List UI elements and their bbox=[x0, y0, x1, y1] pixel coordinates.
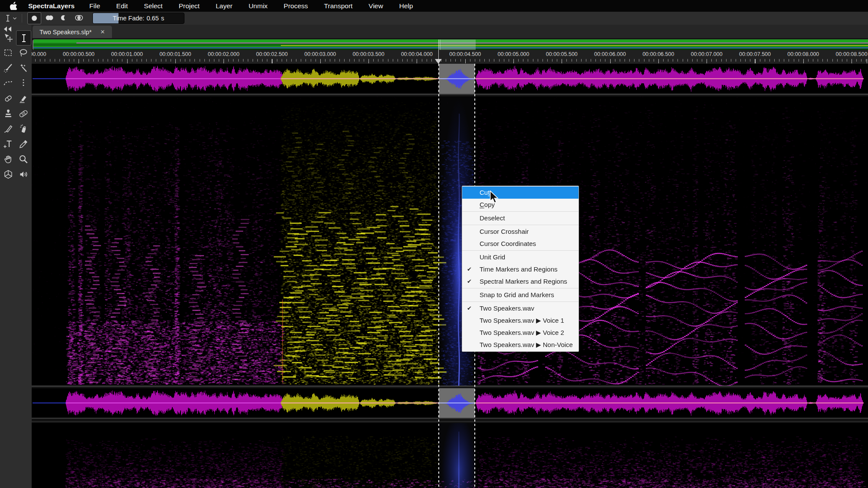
tab-bar: Two Speakers.slp* ✕ bbox=[32, 25, 868, 38]
menubar-item-transport[interactable]: Transport bbox=[324, 2, 353, 10]
highlighter-tool[interactable] bbox=[16, 91, 30, 105]
time-selection-tool[interactable] bbox=[16, 30, 31, 46]
retouch-pen-tool-icon bbox=[3, 124, 13, 134]
waveform-strip-top[interactable] bbox=[32, 64, 868, 94]
ruler-label: 00:00:04.500 bbox=[449, 51, 481, 57]
new-selection-mode-button[interactable] bbox=[27, 12, 41, 24]
tool-sidebar bbox=[0, 25, 32, 488]
ruler-label: 00:00:06.000 bbox=[594, 51, 626, 57]
menu-separator bbox=[462, 288, 579, 288]
zoom-tool-icon bbox=[18, 154, 29, 164]
lasso-tool-icon bbox=[18, 48, 29, 58]
menubar-items: FileEditSelectProjectLayerUnmixProcessTr… bbox=[89, 2, 413, 10]
ruler-label: 00:00:04.000 bbox=[401, 51, 433, 57]
app-name[interactable]: SpectraLayers bbox=[28, 2, 75, 10]
selection-left-edge[interactable] bbox=[438, 64, 439, 488]
magic-wand-tool-icon bbox=[18, 63, 29, 73]
time-selection-tool-icon bbox=[19, 33, 29, 43]
panel-divider[interactable] bbox=[32, 418, 868, 423]
timeline-overview-bar[interactable] bbox=[33, 39, 868, 50]
ruler-label: 00:00:01.500 bbox=[159, 51, 191, 57]
hand-tool-icon bbox=[3, 154, 13, 164]
intersect-selection-mode-button[interactable] bbox=[72, 12, 85, 23]
brush-select-tool[interactable] bbox=[1, 61, 15, 75]
menubar-item-file[interactable]: File bbox=[89, 2, 100, 10]
rectangle-select-tool-icon bbox=[3, 48, 13, 58]
lasso-tool[interactable] bbox=[16, 46, 30, 60]
add-selection-mode-icon bbox=[44, 13, 55, 23]
menu-item-snap-to-grid-and-markers[interactable]: Snap to Grid and Markers bbox=[462, 289, 579, 301]
retouch-pen-tool[interactable] bbox=[1, 121, 15, 136]
time-fade-unit: s bbox=[161, 15, 164, 22]
tab-two-speakers[interactable]: Two Speakers.slp* ✕ bbox=[33, 26, 112, 38]
zoom-tool[interactable] bbox=[16, 152, 30, 166]
menubar-item-process[interactable]: Process bbox=[284, 2, 308, 10]
spectrogram-main[interactable] bbox=[32, 96, 868, 386]
clone-stamp-tool[interactable] bbox=[1, 106, 15, 121]
checkmark-icon: ✔ bbox=[467, 302, 472, 314]
current-tool-button[interactable] bbox=[3, 14, 17, 23]
menu-item-two-speakers-wav-voice-1[interactable]: Two Speakers.wav ▶ Voice 1 bbox=[462, 314, 579, 327]
menu-item-two-speakers-wav[interactable]: ✔Two Speakers.wav bbox=[462, 302, 579, 314]
menu-item-two-speakers-wav-voice-2[interactable]: Two Speakers.wav ▶ Voice 2 bbox=[462, 327, 579, 339]
menu-item-deselect[interactable]: Deselect bbox=[462, 212, 579, 224]
menu-item-copy[interactable]: Copy bbox=[462, 199, 579, 211]
playback-tool[interactable] bbox=[16, 167, 30, 181]
mouse-cursor bbox=[489, 190, 499, 203]
ruler-label: 00:00:08.000 bbox=[787, 51, 819, 57]
subtract-selection-mode-button[interactable] bbox=[58, 12, 71, 23]
menu-separator bbox=[462, 250, 579, 251]
subtract-selection-mode-icon bbox=[59, 13, 69, 23]
menubar-item-layer[interactable]: Layer bbox=[216, 2, 233, 10]
hand-tool[interactable] bbox=[1, 152, 15, 166]
spray-tool-icon bbox=[18, 124, 29, 134]
eraser-tool[interactable] bbox=[1, 91, 15, 105]
menubar-item-help[interactable]: Help bbox=[399, 2, 413, 10]
dotted-line-tool[interactable] bbox=[16, 76, 30, 90]
dotted-line-tool-icon bbox=[18, 78, 29, 88]
new-selection-mode-icon bbox=[29, 13, 39, 23]
time-ruler[interactable]: 00:00:00.00000:00:00.50000:00:01.00000:0… bbox=[32, 50, 868, 64]
transform-tool-icon bbox=[3, 33, 13, 43]
ruler-label: 00:00:05.000 bbox=[498, 51, 529, 57]
apple-menu[interactable] bbox=[10, 2, 17, 10]
menu-item-two-speakers-wav-non-voice[interactable]: Two Speakers.wav ▶ Non-Voice bbox=[462, 339, 579, 351]
menubar-item-edit[interactable]: Edit bbox=[116, 2, 128, 10]
menu-item-cursor-coordinates[interactable]: Cursor Coordinates bbox=[462, 238, 579, 250]
freehand-select-tool[interactable] bbox=[1, 76, 15, 90]
menu-item-cursor-crosshair[interactable]: Cursor Crosshair bbox=[462, 226, 579, 238]
menubar-item-unmix[interactable]: Unmix bbox=[249, 2, 268, 10]
ruler-label: 00:00:06.500 bbox=[642, 51, 674, 57]
tab-close-icon[interactable]: ✕ bbox=[100, 29, 105, 35]
menu-item-time-markers-and-regions[interactable]: ✔Time Markers and Regions bbox=[462, 263, 579, 275]
chevron-down-icon bbox=[12, 16, 17, 21]
toolbar-separator bbox=[22, 14, 22, 23]
spectrogram-bottom[interactable] bbox=[32, 423, 868, 488]
add-selection-mode-button[interactable] bbox=[43, 12, 56, 23]
rectangle-select-tool[interactable] bbox=[1, 46, 15, 60]
checkmark-icon: ✔ bbox=[467, 275, 472, 288]
three-d-display-tool[interactable] bbox=[1, 167, 15, 181]
time-fade-slider[interactable]: Time Fade: 0.65 s bbox=[92, 13, 184, 24]
patch-tool[interactable] bbox=[16, 106, 30, 121]
ruler-label: 00:00:00.500 bbox=[63, 51, 95, 57]
ruler-label: 00:00:03.500 bbox=[353, 51, 385, 57]
spectralayers-window: SpectraLayers FileEditSelectProjectLayer… bbox=[0, 0, 868, 488]
eyedropper-tool[interactable] bbox=[16, 137, 30, 151]
clone-stamp-tool-icon bbox=[3, 108, 13, 119]
menu-item-unit-grid[interactable]: Unit Grid bbox=[462, 251, 579, 263]
transform-tool[interactable] bbox=[1, 30, 15, 45]
menubar-item-project[interactable]: Project bbox=[179, 2, 200, 10]
menu-item-spectral-markers-and-regions[interactable]: ✔Spectral Markers and Regions bbox=[462, 275, 579, 288]
ruler-major-ticks bbox=[32, 59, 868, 63]
menubar-item-select[interactable]: Select bbox=[144, 2, 163, 10]
magic-wand-tool[interactable] bbox=[16, 61, 30, 75]
waveform-strip-bottom[interactable] bbox=[32, 388, 868, 418]
spray-tool[interactable] bbox=[16, 121, 30, 136]
text-tool[interactable] bbox=[1, 137, 15, 151]
playhead-marker[interactable] bbox=[435, 59, 442, 64]
menu-item-cut[interactable]: Cut bbox=[462, 187, 579, 199]
eraser-tool-icon bbox=[3, 93, 13, 104]
selection-mode-buttons bbox=[26, 12, 86, 24]
menubar-item-view[interactable]: View bbox=[368, 2, 383, 10]
